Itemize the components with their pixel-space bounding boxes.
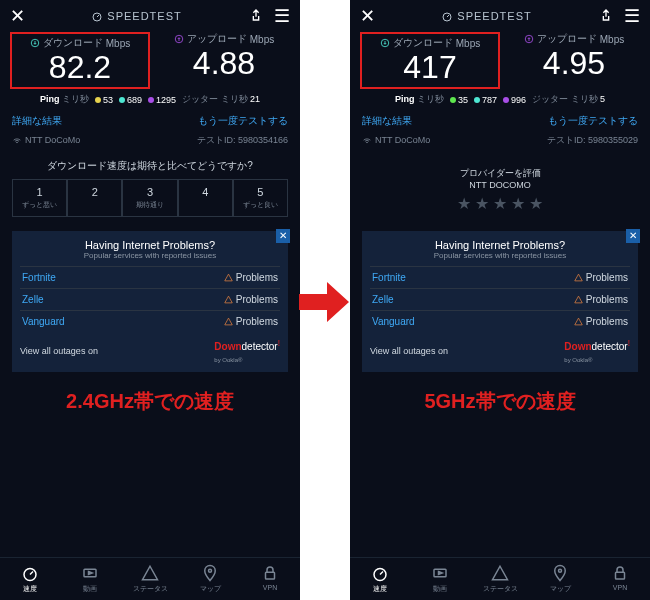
detail-link[interactable]: 詳細な結果 bbox=[362, 114, 412, 128]
upload-value: 4.88 bbox=[158, 46, 290, 81]
panel-caption: 2.4GHz帯での速度 bbox=[0, 382, 300, 419]
ad-title: Having Internet Problems? bbox=[20, 239, 280, 251]
speedtest-panel-2_4ghz: ✕ SPEEDTEST ☰ ダウンロード Mbps 82.2 bbox=[0, 0, 300, 600]
menu-icon[interactable]: ☰ bbox=[624, 5, 640, 27]
svg-point-7 bbox=[209, 569, 212, 572]
isp-row: NTT DoCoMo テストID: 5980354166 bbox=[0, 132, 300, 153]
links-row: 詳細な結果 もう一度テストする bbox=[350, 110, 650, 132]
star-rating[interactable]: ★★★★★ bbox=[350, 190, 650, 217]
nav-status[interactable]: ステータス bbox=[470, 564, 530, 594]
download-result: ダウンロード Mbps 82.2 bbox=[10, 32, 150, 89]
upload-result: アップロード Mbps 4.88 bbox=[158, 32, 290, 89]
ad-close-icon[interactable]: ✕ bbox=[276, 229, 290, 243]
nav-speed[interactable]: 速度 bbox=[350, 564, 410, 594]
provider-eval-label: プロバイダーを評価 NTT DOCOMO bbox=[350, 167, 650, 190]
star-icon: ★ bbox=[475, 194, 489, 213]
svg-rect-17 bbox=[616, 572, 625, 579]
detail-link[interactable]: 詳細な結果 bbox=[12, 114, 62, 128]
bottom-nav: 速度 動画 ステータス マップ VPN bbox=[0, 557, 300, 600]
svg-rect-8 bbox=[266, 572, 275, 579]
star-icon: ★ bbox=[529, 194, 543, 213]
star-icon: ★ bbox=[457, 194, 471, 213]
brand-logo: SPEEDTEST bbox=[375, 10, 598, 22]
upload-result: アップロード Mbps 4.95 bbox=[508, 32, 640, 89]
bottom-nav: 速度 動画 ステータス マップ VPN bbox=[350, 557, 650, 600]
panel-caption: 5GHz帯での速度 bbox=[350, 382, 650, 419]
speed-results: ダウンロード Mbps 417 アップロード Mbps 4.95 bbox=[350, 32, 650, 89]
download-result: ダウンロード Mbps 417 bbox=[360, 32, 500, 89]
topbar: ✕ SPEEDTEST ☰ bbox=[0, 0, 300, 32]
download-value: 417 bbox=[364, 50, 496, 85]
star-icon: ★ bbox=[511, 194, 525, 213]
survey-question: ダウンロード速度は期待と比べてどうですか? bbox=[0, 159, 300, 173]
nav-vpn[interactable]: VPN bbox=[240, 564, 300, 594]
nav-speed[interactable]: 速度 bbox=[0, 564, 60, 594]
retest-link[interactable]: もう一度テストする bbox=[548, 114, 638, 128]
upload-value: 4.95 bbox=[508, 46, 640, 81]
download-value: 82.2 bbox=[14, 50, 146, 85]
share-icon[interactable] bbox=[598, 8, 614, 24]
speed-results: ダウンロード Mbps 82.2 アップロード Mbps 4.88 bbox=[0, 32, 300, 89]
survey: ダウンロード速度は期待と比べてどうですか? 1ずっと悪い 2 3期待通り 4 5… bbox=[0, 153, 300, 221]
close-icon[interactable]: ✕ bbox=[360, 5, 375, 27]
topbar: ✕ SPEEDTEST ☰ bbox=[350, 0, 650, 32]
ad-service-row[interactable]: Vanguard Problems bbox=[370, 310, 630, 332]
menu-icon[interactable]: ☰ bbox=[274, 5, 290, 27]
svg-point-16 bbox=[559, 569, 562, 572]
provider-rating: プロバイダーを評価 NTT DOCOMO ★★★★★ bbox=[350, 153, 650, 221]
close-icon[interactable]: ✕ bbox=[10, 5, 25, 27]
brand-logo: SPEEDTEST bbox=[25, 10, 248, 22]
rating-2[interactable]: 2 bbox=[67, 179, 122, 217]
ad-box: ✕ Having Internet Problems? Popular serv… bbox=[12, 231, 288, 371]
nav-map[interactable]: マップ bbox=[530, 564, 590, 594]
ad-service-row[interactable]: Zelle Problems bbox=[20, 288, 280, 310]
ad-box: ✕ Having Internet Problems? Popular serv… bbox=[362, 231, 638, 371]
comparison-arrow-icon bbox=[298, 280, 350, 324]
speedtest-panel-5ghz: ✕ SPEEDTEST ☰ ダウンロード Mbps 417 bbox=[350, 0, 650, 600]
rating-1[interactable]: 1ずっと悪い bbox=[12, 179, 67, 217]
ad-title: Having Internet Problems? bbox=[370, 239, 630, 251]
rating-5[interactable]: 5ずっと良い bbox=[233, 179, 288, 217]
share-icon[interactable] bbox=[248, 8, 264, 24]
links-row: 詳細な結果 もう一度テストする bbox=[0, 110, 300, 132]
nav-video[interactable]: 動画 bbox=[410, 564, 470, 594]
ad-service-row[interactable]: Vanguard Problems bbox=[20, 310, 280, 332]
ad-service-row[interactable]: Zelle Problems bbox=[370, 288, 630, 310]
rating-row: 1ずっと悪い 2 3期待通り 4 5ずっと良い bbox=[0, 179, 300, 217]
nav-status[interactable]: ステータス bbox=[120, 564, 180, 594]
downdetector-logo[interactable]: Downdetector!by Ookla® bbox=[214, 338, 280, 363]
svg-line-5 bbox=[30, 572, 33, 575]
rating-4[interactable]: 4 bbox=[178, 179, 233, 217]
nav-video[interactable]: 動画 bbox=[60, 564, 120, 594]
ad-subtitle: Popular services with reported issues bbox=[20, 251, 280, 260]
ad-close-icon[interactable]: ✕ bbox=[626, 229, 640, 243]
isp-row: NTT DoCoMo テストID: 5980355029 bbox=[350, 132, 650, 153]
svg-line-10 bbox=[447, 15, 449, 17]
star-icon: ★ bbox=[493, 194, 507, 213]
downdetector-logo[interactable]: Downdetector!by Ookla® bbox=[564, 338, 630, 363]
nav-vpn[interactable]: VPN bbox=[590, 564, 650, 594]
ping-row: Ping ミリ秒 53 689 1295 ジッター ミリ秒 21 bbox=[0, 89, 300, 110]
ad-subtitle: Popular services with reported issues bbox=[370, 251, 630, 260]
ad-service-row[interactable]: Fortnite Problems bbox=[20, 266, 280, 288]
ping-row: Ping ミリ秒 35 787 996 ジッター ミリ秒 5 bbox=[350, 89, 650, 110]
svg-line-14 bbox=[380, 572, 383, 575]
nav-map[interactable]: マップ bbox=[180, 564, 240, 594]
rating-3[interactable]: 3期待通り bbox=[122, 179, 177, 217]
svg-line-1 bbox=[97, 15, 99, 17]
ad-service-row[interactable]: Fortnite Problems bbox=[370, 266, 630, 288]
retest-link[interactable]: もう一度テストする bbox=[198, 114, 288, 128]
